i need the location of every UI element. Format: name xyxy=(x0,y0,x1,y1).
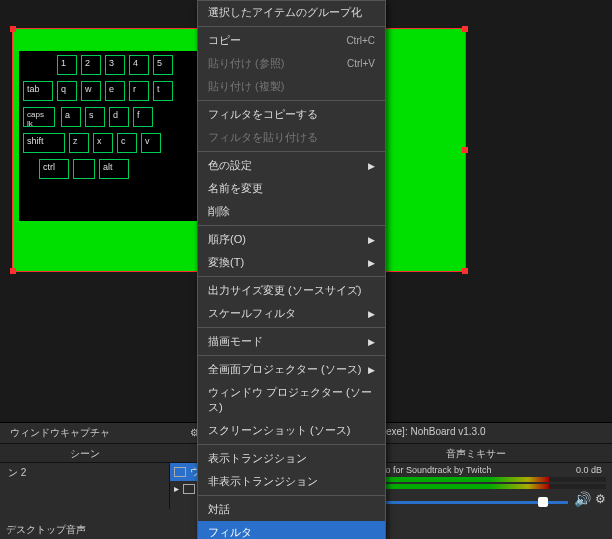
menu-rename[interactable]: 名前を変更 xyxy=(198,177,385,200)
separator xyxy=(198,327,385,328)
tab-window-capture[interactable]: ウィンドウキャプチャ xyxy=(0,423,120,443)
resize-handle[interactable] xyxy=(462,147,468,153)
chevron-right-icon: ▶ xyxy=(368,309,375,319)
speaker-icon[interactable]: 🔊 xyxy=(574,491,591,507)
chevron-right-icon: ▶ xyxy=(368,337,375,347)
resize-handle[interactable] xyxy=(462,268,468,274)
separator xyxy=(198,26,385,27)
source-title-label: exe]: NohBoard v1.3.0 xyxy=(386,426,486,437)
menu-delete[interactable]: 削除 xyxy=(198,200,385,223)
menu-copy[interactable]: コピーCtrl+C xyxy=(198,29,385,52)
key: z xyxy=(69,133,89,153)
window-icon xyxy=(174,467,186,477)
separator xyxy=(198,151,385,152)
key: a xyxy=(61,107,81,127)
menu-copy-filters[interactable]: フィルタをコピーする xyxy=(198,103,385,126)
menu-output-size[interactable]: 出力サイズ変更 (ソースサイズ) xyxy=(198,279,385,302)
menu-order[interactable]: 順序(O)▶ xyxy=(198,228,385,251)
key: s xyxy=(85,107,105,127)
menu-color[interactable]: 色の設定▶ xyxy=(198,154,385,177)
db-value: 0.0 dB xyxy=(576,465,602,475)
key: c xyxy=(117,133,137,153)
key-ctrl: ctrl xyxy=(39,159,69,179)
scenes-header: シーン xyxy=(0,444,170,462)
separator xyxy=(198,100,385,101)
chevron-right-icon: ▶ xyxy=(368,258,375,268)
menu-window-projector[interactable]: ウィンドウ プロジェクター (ソース) xyxy=(198,381,385,419)
menu-hide-transition[interactable]: 非表示トランジション xyxy=(198,470,385,493)
group-icon xyxy=(183,484,195,494)
key: 5 xyxy=(153,55,173,75)
key: x xyxy=(93,133,113,153)
key-capslock: caps lk xyxy=(23,107,55,127)
separator xyxy=(198,225,385,226)
key: 2 xyxy=(81,55,101,75)
chevron-right-icon: ▶ xyxy=(368,235,375,245)
resize-handle[interactable] xyxy=(10,268,16,274)
menu-interact[interactable]: 対話 xyxy=(198,498,385,521)
chevron-right-icon: ▶ xyxy=(368,365,375,375)
separator xyxy=(198,355,385,356)
menu-draw-mode[interactable]: 描画モード▶ xyxy=(198,330,385,353)
keyboard-overlay: 1 2 3 4 5 tab q w e r t caps lk a s d f … xyxy=(19,51,199,221)
key-shift: shift xyxy=(23,133,65,153)
key: 1 xyxy=(57,55,77,75)
scene-item[interactable]: ン 2 xyxy=(0,463,169,483)
key: t xyxy=(153,81,173,101)
key: e xyxy=(105,81,125,101)
resize-handle[interactable] xyxy=(462,26,468,32)
menu-show-transition[interactable]: 表示トランジション xyxy=(198,447,385,470)
menu-group-items[interactable]: 選択したアイテムのグループ化 xyxy=(198,1,385,24)
key-tab: tab xyxy=(23,81,53,101)
key: v xyxy=(141,133,161,153)
key: d xyxy=(109,107,129,127)
key-alt: alt xyxy=(99,159,129,179)
chevron-right-icon: ▶ xyxy=(368,161,375,171)
scenes-panel: ン 2 xyxy=(0,463,170,509)
context-menu: 選択したアイテムのグループ化 コピーCtrl+C 貼り付け (参照)Ctrl+V… xyxy=(197,0,386,539)
menu-screenshot[interactable]: スクリーンショット (ソース) xyxy=(198,419,385,442)
key: 3 xyxy=(105,55,125,75)
separator xyxy=(198,444,385,445)
menu-paste-dup: 貼り付け (複製) xyxy=(198,75,385,98)
separator xyxy=(198,495,385,496)
menu-filter[interactable]: フィルタ xyxy=(198,521,385,539)
gear-icon[interactable]: ⚙ xyxy=(595,492,606,506)
separator xyxy=(198,276,385,277)
key xyxy=(73,159,95,179)
menu-paste-ref: 貼り付け (参照)Ctrl+V xyxy=(198,52,385,75)
key: r xyxy=(129,81,149,101)
menu-paste-filters: フィルタを貼り付ける xyxy=(198,126,385,149)
menu-fullscreen-projector[interactable]: 全画面プロジェクター (ソース)▶ xyxy=(198,358,385,381)
menu-scale-filter[interactable]: スケールフィルタ▶ xyxy=(198,302,385,325)
menu-transform[interactable]: 変換(T)▶ xyxy=(198,251,385,274)
key: 4 xyxy=(129,55,149,75)
key: f xyxy=(133,107,153,127)
key: w xyxy=(81,81,101,101)
resize-handle[interactable] xyxy=(10,26,16,32)
key: q xyxy=(57,81,77,101)
chevron-right-icon[interactable]: ▸ xyxy=(174,483,179,494)
